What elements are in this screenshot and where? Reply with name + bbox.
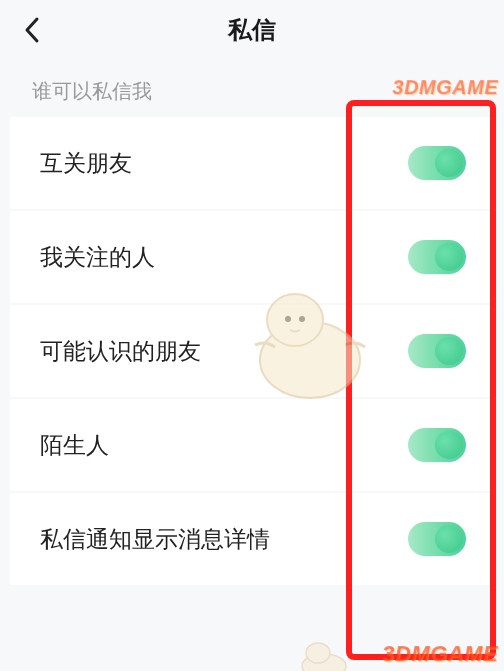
chevron-left-icon — [23, 16, 41, 44]
toggle-mutual-friends[interactable] — [408, 146, 466, 180]
toggle-following[interactable] — [408, 240, 466, 274]
item-label: 陌生人 — [40, 430, 109, 461]
svg-point-4 — [302, 654, 346, 671]
list-item: 私信通知显示消息详情 — [10, 493, 494, 585]
toggle-possible-friends[interactable] — [408, 334, 466, 368]
item-label: 互关朋友 — [40, 148, 132, 179]
settings-list: 互关朋友 我关注的人 可能认识的朋友 陌生人 私信通知显示消息详情 — [0, 117, 504, 585]
mascot-bottom-icon — [294, 641, 354, 671]
header: 私信 — [0, 0, 504, 60]
item-label: 我关注的人 — [40, 242, 155, 273]
watermark-bottom: 3DMGAME — [382, 641, 498, 667]
svg-point-5 — [306, 643, 330, 663]
list-item: 我关注的人 — [10, 211, 494, 303]
page-title: 私信 — [228, 14, 276, 46]
back-button[interactable] — [18, 16, 46, 44]
item-label: 可能认识的朋友 — [40, 336, 201, 367]
list-item: 陌生人 — [10, 399, 494, 491]
toggle-show-detail[interactable] — [408, 522, 466, 556]
section-label: 谁可以私信我 — [0, 60, 504, 117]
list-item: 可能认识的朋友 — [10, 305, 494, 397]
list-item: 互关朋友 — [10, 117, 494, 209]
toggle-strangers[interactable] — [408, 428, 466, 462]
item-label: 私信通知显示消息详情 — [40, 524, 270, 555]
